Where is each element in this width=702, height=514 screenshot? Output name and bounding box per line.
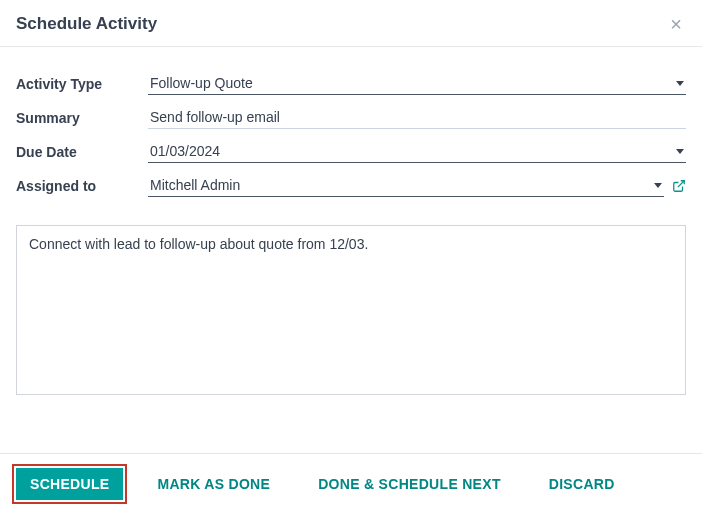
assigned-to-value: Mitchell Admin bbox=[150, 177, 240, 193]
mark-as-done-button[interactable]: Mark As Done bbox=[143, 468, 284, 500]
schedule-button[interactable]: Schedule bbox=[16, 468, 123, 500]
modal-body: Activity Type Follow-up Quote Summary Se… bbox=[0, 47, 702, 414]
close-icon: × bbox=[670, 13, 682, 35]
activity-type-row: Activity Type Follow-up Quote bbox=[16, 73, 686, 95]
activity-type-select[interactable]: Follow-up Quote bbox=[148, 73, 686, 95]
assigned-to-label: Assigned to bbox=[16, 178, 148, 194]
modal-header: Schedule Activity × bbox=[0, 0, 702, 47]
close-button[interactable]: × bbox=[666, 14, 686, 34]
notes-textarea[interactable] bbox=[16, 225, 686, 395]
discard-button[interactable]: Discard bbox=[535, 468, 629, 500]
done-schedule-next-button[interactable]: Done & Schedule Next bbox=[304, 468, 515, 500]
summary-value: Send follow-up email bbox=[150, 109, 280, 125]
due-date-input[interactable]: 01/03/2024 bbox=[148, 141, 686, 163]
external-link-icon[interactable] bbox=[672, 179, 686, 193]
due-date-label: Due Date bbox=[16, 144, 148, 160]
assigned-to-select[interactable]: Mitchell Admin bbox=[148, 175, 664, 197]
due-date-value: 01/03/2024 bbox=[150, 143, 220, 159]
schedule-activity-modal: Schedule Activity × Activity Type Follow… bbox=[0, 0, 702, 514]
modal-footer: Schedule Mark As Done Done & Schedule Ne… bbox=[0, 453, 702, 514]
caret-down-icon bbox=[676, 81, 684, 87]
caret-down-icon bbox=[654, 183, 662, 189]
due-date-row: Due Date 01/03/2024 bbox=[16, 141, 686, 163]
caret-down-icon bbox=[676, 149, 684, 155]
modal-title: Schedule Activity bbox=[16, 14, 157, 34]
summary-input[interactable]: Send follow-up email bbox=[148, 107, 686, 129]
svg-line-0 bbox=[678, 181, 684, 187]
activity-type-label: Activity Type bbox=[16, 76, 148, 92]
activity-type-value: Follow-up Quote bbox=[150, 75, 253, 91]
summary-label: Summary bbox=[16, 110, 148, 126]
summary-row: Summary Send follow-up email bbox=[16, 107, 686, 129]
assigned-to-row: Assigned to Mitchell Admin bbox=[16, 175, 686, 197]
